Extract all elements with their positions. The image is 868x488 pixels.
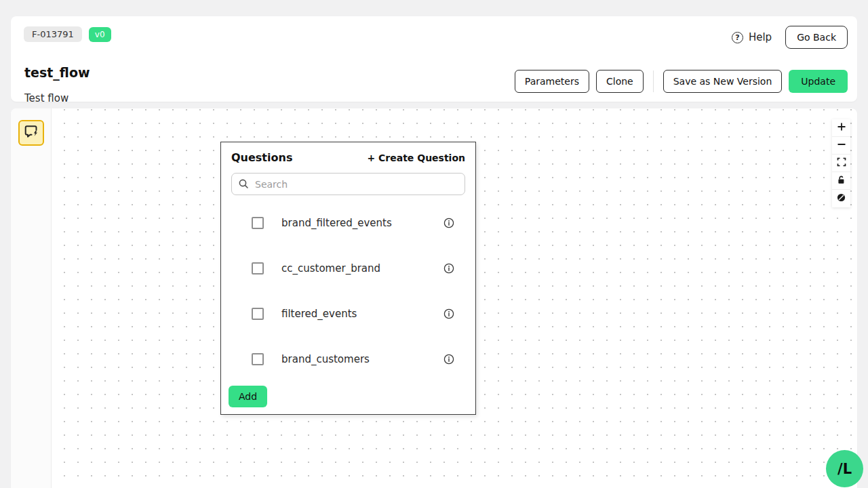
info-icon[interactable] [443,218,454,228]
message-bolt-icon [23,123,39,142]
lock-toggle-button[interactable] [832,172,850,190]
flow-controls [832,119,850,207]
go-back-button[interactable]: Go Back [785,26,848,49]
help-button[interactable]: ? Help [732,31,772,43]
question-list: brand_filtered_events cc_customer_brand [231,200,465,382]
unlock-icon [837,176,846,186]
node-palette-sidebar [11,108,52,488]
questions-panel: Questions + Create Question brand_filter… [220,142,476,415]
question-list-item: brand_customers [231,336,465,382]
info-icon[interactable] [443,354,454,365]
question-list-item: cc_customer_brand [231,245,465,291]
question-label: brand_customers [281,353,370,365]
question-list-item: filtered_events [231,291,465,336]
page-subtitle: Test flow [24,92,68,104]
zoom-out-button[interactable] [832,137,850,155]
zoom-in-icon [837,122,846,134]
zoom-out-icon [837,140,846,151]
version-badge: v0 [89,27,111,42]
question-checkbox[interactable] [252,262,264,274]
button-divider [653,70,654,92]
save-as-new-version-button[interactable]: Save as New Version [663,70,783,93]
fit-view-button[interactable] [832,155,850,172]
brand-fab-button[interactable]: /L [826,450,863,487]
info-icon[interactable] [443,308,454,319]
page-title: test_flow [24,65,90,80]
brand-logo: /L [837,461,852,477]
help-label: Help [749,31,772,43]
questions-panel-title: Questions [231,151,292,164]
flow-header: F-013791 v0 test_flow Test flow ? Help G… [11,16,857,102]
question-list-item: brand_filtered_events [231,200,465,245]
question-node-palette-button[interactable] [18,120,44,146]
question-search-input[interactable] [231,173,465,195]
zoom-in-button[interactable] [832,119,850,137]
update-button[interactable]: Update [789,70,848,93]
info-icon[interactable] [443,263,454,274]
search-icon [238,178,249,189]
parameters-button[interactable]: Parameters [515,70,589,93]
help-icon: ? [732,32,743,43]
question-checkbox[interactable] [252,217,264,229]
fit-view-icon [837,157,846,169]
question-checkbox[interactable] [252,353,264,365]
flow-canvas[interactable]: Questions + Create Question brand_filter… [52,108,857,488]
flow-canvas-card: Questions + Create Question brand_filter… [11,108,857,488]
flow-id-badge: F-013791 [24,26,82,42]
interactivity-button[interactable] [832,190,850,207]
question-label: brand_filtered_events [281,217,392,229]
ban-icon [837,193,846,204]
add-button[interactable]: Add [229,386,267,407]
question-label: cc_customer_brand [281,262,380,274]
question-label: filtered_events [281,308,357,320]
clone-button[interactable]: Clone [596,70,644,93]
question-checkbox[interactable] [252,308,264,320]
badges: F-013791 v0 [24,26,111,42]
create-question-link[interactable]: + Create Question [367,152,465,163]
